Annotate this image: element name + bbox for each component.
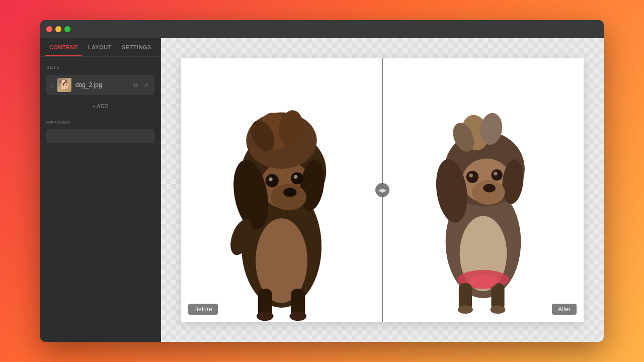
svg-point-40 bbox=[491, 305, 506, 314]
set-delete-button[interactable]: ✕ bbox=[142, 81, 150, 89]
app-body: CONTENT LAYOUT SETTINGS STYLE SETS bbox=[40, 38, 604, 342]
svg-point-11 bbox=[291, 172, 303, 184]
maximize-button[interactable] bbox=[64, 26, 70, 32]
tab-settings[interactable]: SETTINGS bbox=[118, 38, 155, 56]
svg-point-18 bbox=[257, 311, 274, 321]
divider-arrows-icon: ◀▶ bbox=[378, 187, 386, 194]
svg-point-12 bbox=[294, 175, 297, 178]
sidebar: CONTENT LAYOUT SETTINGS STYLE SETS bbox=[40, 38, 161, 342]
drag-dot bbox=[52, 82, 53, 83]
divider-handle[interactable]: ◀▶ bbox=[375, 183, 389, 197]
before-dog-image bbox=[181, 58, 382, 322]
heading-label: HEADING bbox=[46, 120, 154, 125]
before-label: Before bbox=[188, 304, 218, 315]
svg-point-39 bbox=[458, 305, 473, 314]
svg-point-32 bbox=[491, 169, 502, 180]
svg-point-33 bbox=[494, 172, 497, 175]
tab-layout[interactable]: LAYOUT bbox=[84, 38, 116, 56]
tabs-container: CONTENT LAYOUT SETTINGS STYLE bbox=[40, 38, 160, 57]
heading-input[interactable] bbox=[46, 129, 154, 143]
tab-content[interactable]: CONTENT bbox=[45, 38, 82, 56]
sets-section: SETS bbox=[40, 57, 160, 120]
svg-point-10 bbox=[269, 177, 272, 181]
sets-label: SETS bbox=[46, 65, 154, 70]
close-button[interactable] bbox=[46, 26, 52, 32]
after-label: After bbox=[552, 304, 577, 315]
set-actions: ⧉ ✕ bbox=[131, 81, 150, 89]
after-panel: After bbox=[383, 58, 584, 322]
main-content: Before ◀▶ bbox=[161, 38, 604, 342]
drag-dot bbox=[52, 86, 53, 87]
window-controls bbox=[46, 26, 70, 32]
drag-dot bbox=[50, 84, 51, 85]
svg-point-30 bbox=[466, 171, 478, 183]
set-duplicate-button[interactable]: ⧉ bbox=[131, 81, 139, 89]
svg-point-41 bbox=[469, 275, 497, 289]
before-panel: Before bbox=[181, 58, 382, 322]
add-set-button[interactable]: + ADD bbox=[46, 100, 154, 112]
drag-dot bbox=[52, 84, 53, 85]
app-window: CONTENT LAYOUT SETTINGS STYLE SETS bbox=[40, 20, 604, 342]
set-item[interactable]: dog_2.jpg ⧉ ✕ bbox=[46, 75, 154, 95]
svg-point-9 bbox=[266, 174, 279, 187]
drag-dot bbox=[50, 86, 51, 87]
svg-point-28 bbox=[472, 180, 505, 205]
drag-dot bbox=[50, 82, 51, 83]
minimize-button[interactable] bbox=[55, 26, 61, 32]
svg-point-29 bbox=[484, 184, 496, 193]
set-thumbnail bbox=[57, 78, 71, 92]
svg-point-31 bbox=[469, 173, 472, 177]
before-after-container: Before ◀▶ bbox=[181, 58, 584, 322]
drag-handle-icon[interactable] bbox=[50, 82, 53, 87]
panel-divider[interactable]: ◀▶ bbox=[382, 58, 383, 322]
svg-point-8 bbox=[283, 188, 296, 197]
heading-section: HEADING bbox=[40, 120, 160, 151]
title-bar bbox=[40, 20, 604, 38]
set-filename: dog_2.jpg bbox=[75, 81, 127, 88]
after-dog-image bbox=[383, 58, 584, 322]
svg-point-19 bbox=[289, 311, 306, 321]
set-thumbnail-image bbox=[57, 78, 71, 92]
